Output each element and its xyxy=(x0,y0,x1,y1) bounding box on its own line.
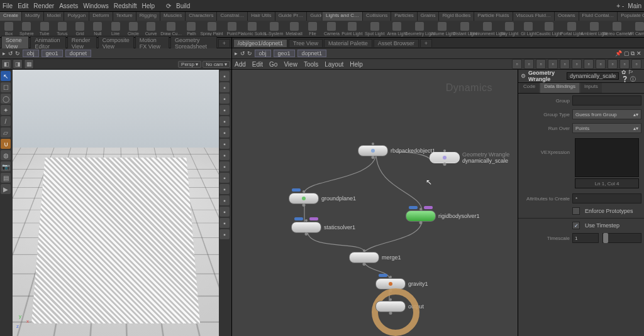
shelf-tool[interactable]: Sky Light xyxy=(499,21,519,36)
shelf-tab[interactable]: Model xyxy=(44,12,65,21)
shelf-tool[interactable]: Metaball xyxy=(285,21,303,36)
shelf-tool[interactable]: Stereo Camera xyxy=(606,21,628,36)
shaded-icon[interactable]: ▪ xyxy=(219,82,230,92)
render-icon[interactable]: ◍ xyxy=(1,150,11,160)
field-timescale[interactable]: 1 xyxy=(572,233,599,243)
tab-code[interactable]: Code xyxy=(519,83,539,93)
nm-layout[interactable]: Layout xyxy=(325,61,343,68)
ghost-icon[interactable]: ▪ xyxy=(219,105,230,115)
crumb-dopnet[interactable]: dopnet xyxy=(65,50,92,57)
lit-icon[interactable]: ▪ xyxy=(219,94,230,104)
camera-persp[interactable]: Persp ▾ xyxy=(178,61,201,68)
menu-help[interactable]: Help xyxy=(142,3,155,9)
vex-editor[interactable] xyxy=(575,138,639,177)
list-icon[interactable]: ▫ xyxy=(512,59,522,69)
brush-icon[interactable]: / xyxy=(1,116,11,126)
menu-redshift[interactable]: Redshift xyxy=(114,3,137,9)
grid-icon[interactable]: ▫ xyxy=(560,59,570,69)
shelf-tab[interactable]: Grains xyxy=(418,12,440,21)
pane-tab[interactable]: Tree View xyxy=(289,39,323,47)
view-btn[interactable]: ◨ xyxy=(13,59,23,69)
chk-use-timestep[interactable]: ✓ xyxy=(572,222,580,229)
node-gravity[interactable]: gravity1 xyxy=(375,278,428,290)
shelf-tab[interactable]: Rigid Bodies xyxy=(439,12,474,21)
expand-icon[interactable]: ▫ xyxy=(548,59,558,69)
view-btn[interactable]: ◧ xyxy=(1,59,11,69)
shelf-tab[interactable]: Muscles xyxy=(160,12,186,21)
shelf-tool[interactable]: Sphere xyxy=(18,21,35,36)
image-icon[interactable]: ▫ xyxy=(608,59,618,69)
shelf-tab[interactable]: Oceans xyxy=(555,12,579,21)
tab-inputs[interactable]: Inputs xyxy=(580,83,602,93)
construct-icon[interactable]: ▪ xyxy=(219,207,230,217)
nm-go[interactable]: Go xyxy=(269,61,277,68)
shelf-tab[interactable]: Guide B… xyxy=(307,12,321,21)
viewport-3d[interactable]: x y z xyxy=(13,70,219,336)
env-icon[interactable]: ▪ xyxy=(219,229,230,239)
display-icon[interactable]: ▪ xyxy=(219,116,230,126)
play-icon[interactable]: ▶ xyxy=(1,184,11,194)
shelf-tool[interactable]: File xyxy=(304,21,321,36)
shelf-tool[interactable]: Portal Light xyxy=(561,21,582,36)
camera-icon[interactable]: ▪ xyxy=(219,173,230,183)
magnet-icon[interactable]: ∪ xyxy=(1,139,11,149)
shelf-tab[interactable]: Populate Con… xyxy=(618,12,644,21)
color-icon[interactable]: ▫ xyxy=(619,59,630,69)
shelf-tool[interactable]: VR Camera xyxy=(629,21,644,36)
camera-nocam[interactable]: No cam ▾ xyxy=(203,61,230,68)
shelf-tool[interactable]: Path xyxy=(183,21,199,36)
shelf-tab[interactable]: Texture xyxy=(113,12,136,21)
shelf-tab[interactable]: Guide Pr… xyxy=(275,12,308,21)
chk-enforce[interactable] xyxy=(572,207,580,215)
node-groundplane[interactable]: groundplane1 xyxy=(289,193,356,204)
shelf-tab[interactable]: Characters xyxy=(186,12,217,21)
shelf-tool[interactable]: Line xyxy=(108,21,124,36)
null-icon[interactable]: ▪ xyxy=(219,161,230,171)
menu-edit[interactable]: Edit xyxy=(18,3,28,9)
tab-databindings[interactable]: Data Bindings xyxy=(540,83,579,93)
pane-tab[interactable]: + xyxy=(218,39,230,47)
shape-icon[interactable]: ▫ xyxy=(631,59,641,69)
shelf-tool[interactable]: Box xyxy=(1,21,17,36)
shelf-tool[interactable]: Circle xyxy=(125,21,142,36)
menu-render[interactable]: Render xyxy=(33,3,54,9)
crumb-obj[interactable]: obj xyxy=(23,50,39,57)
sticky-icon[interactable]: ▫ xyxy=(596,59,606,69)
menu-assets[interactable]: Assets xyxy=(59,3,78,9)
shelf-tool[interactable]: Point Light xyxy=(341,21,363,36)
dropdown-run-over[interactable]: Points▴▾ xyxy=(572,123,641,133)
pane-tab[interactable]: /obj/geo1/dopnet1 xyxy=(233,39,287,47)
shelf-tool[interactable]: Curve xyxy=(143,21,159,36)
lasso-icon[interactable]: ◯ xyxy=(1,94,11,104)
scale-icon[interactable]: ▪ xyxy=(219,150,230,160)
shelf-tool[interactable]: Platonic Solids xyxy=(242,21,263,36)
shelf-tab[interactable]: Lights and C… xyxy=(323,12,363,21)
shelf-tab[interactable]: Fluid Contai… xyxy=(579,12,618,21)
shelf-tab[interactable]: Create xyxy=(0,12,22,21)
select-icon[interactable]: ☐ xyxy=(1,82,11,92)
pointer-icon[interactable]: ↖ xyxy=(1,71,11,81)
shelf-tool[interactable]: Camera xyxy=(323,21,340,36)
gear-icon[interactable]: ⚙ xyxy=(521,73,526,79)
node-merge[interactable]: merge1 xyxy=(349,252,401,263)
shelf-tab[interactable]: Rigging xyxy=(136,12,160,21)
shelf-tool[interactable]: Tube xyxy=(36,21,53,36)
pane-tab[interactable]: + xyxy=(420,39,432,47)
measure-icon[interactable]: ▪ xyxy=(219,139,230,149)
camera-icon[interactable]: 📷 xyxy=(1,161,11,171)
grid-icon[interactable]: ▪ xyxy=(219,195,230,205)
op-name-field[interactable]: dynamically_scale xyxy=(567,72,619,80)
floor-icon[interactable]: ▱ xyxy=(1,127,11,138)
wireframe-icon[interactable]: ▪ xyxy=(219,71,230,81)
shelf-tool[interactable]: L-System xyxy=(264,21,284,36)
shelf-tool[interactable]: Null xyxy=(89,21,106,36)
pane-tab[interactable]: Material Palette xyxy=(324,39,372,47)
crumb-geo1[interactable]: geo1 xyxy=(42,50,63,57)
network-canvas[interactable]: Dynamics xyxy=(232,70,518,336)
nm-edit[interactable]: Edit xyxy=(252,61,263,68)
shelf-tab[interactable]: Deform xyxy=(89,12,113,21)
shelf-tool[interactable]: Geometry Light xyxy=(409,21,430,36)
shelf-tool[interactable]: Draw Cu… xyxy=(160,21,182,36)
info-icon[interactable]: ▫ xyxy=(572,59,582,69)
bgimage-icon[interactable]: ▪ xyxy=(219,218,230,228)
